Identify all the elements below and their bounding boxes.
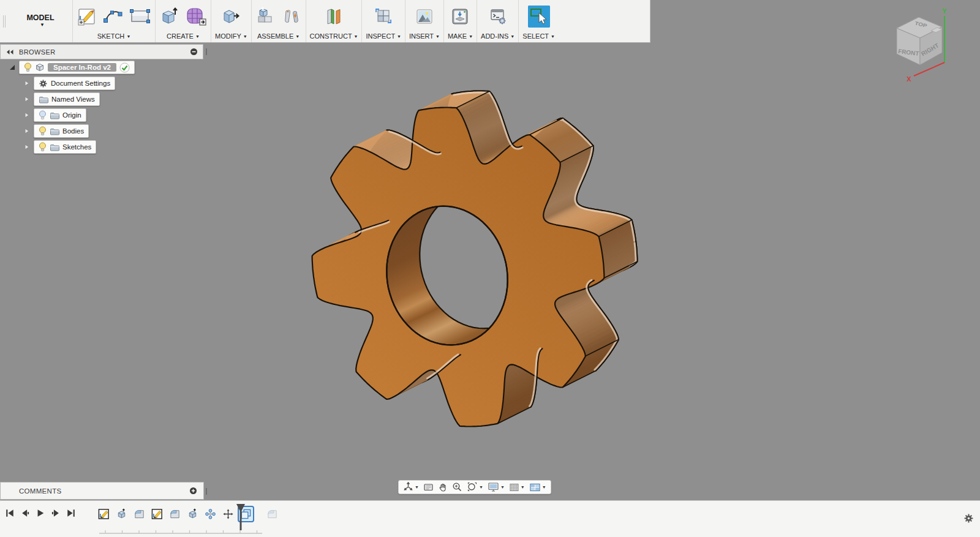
- display-settings-icon[interactable]: ▼: [488, 482, 505, 492]
- timeline-feature-fillet[interactable]: [168, 507, 182, 521]
- root-component-chip[interactable]: Spacer In-Rod v2: [19, 61, 135, 74]
- step-back-button[interactable]: [20, 508, 30, 518]
- toolbar-drag-handle[interactable]: [0, 0, 9, 42]
- toolbar-group-sketch: SKETCH ▼: [72, 0, 155, 42]
- layout-grid-icon[interactable]: ▼: [509, 483, 525, 492]
- view-navigation-bar: ▼ ▼ ▼: [398, 480, 551, 494]
- tree-item-chip[interactable]: Origin: [34, 108, 86, 122]
- spline-icon[interactable]: [102, 6, 124, 27]
- create-sketch-icon[interactable]: [77, 6, 97, 27]
- toolbar-group-inspect: INSPECT ▼: [361, 0, 404, 42]
- browser-tree: Spacer In-Rod v2 Document SettingsNamed …: [0, 59, 203, 155]
- tree-item-chip[interactable]: Sketches: [34, 140, 96, 154]
- assemble-menu[interactable]: ASSEMBLE ▼: [257, 31, 300, 40]
- x-axis-label: X: [907, 75, 911, 83]
- construct-plane-icon[interactable]: [323, 6, 345, 27]
- chevron-down-icon: ▼: [415, 485, 419, 489]
- timeline-feature-extrude[interactable]: [186, 507, 200, 521]
- 3d-print-icon[interactable]: [450, 6, 470, 27]
- tree-row-origin[interactable]: Origin: [0, 107, 203, 123]
- go-to-start-button[interactable]: [5, 508, 15, 518]
- expand-arrow-icon[interactable]: [23, 144, 31, 150]
- folder-icon: [50, 111, 59, 119]
- construct-menu[interactable]: CONSTRUCT ▼: [310, 31, 358, 40]
- play-button[interactable]: [36, 508, 45, 518]
- workspace-menu[interactable]: MODEL ▼: [9, 0, 72, 42]
- scripts-addins-icon[interactable]: [488, 6, 508, 27]
- expand-arrow-icon[interactable]: [23, 112, 31, 118]
- tree-row-named-views[interactable]: Named Views: [0, 91, 203, 107]
- modify-menu[interactable]: MODIFY ▼: [215, 31, 247, 40]
- collapse-arrow-icon[interactable]: [9, 64, 16, 70]
- tree-item-chip[interactable]: Bodies: [34, 124, 89, 138]
- fit-icon[interactable]: ▼: [467, 482, 483, 492]
- timeline-position-marker[interactable]: [236, 503, 246, 533]
- expand-arrow-icon[interactable]: [23, 128, 31, 134]
- viewports-icon[interactable]: ▼: [529, 483, 546, 492]
- root-component-label[interactable]: Spacer In-Rod v2: [48, 63, 116, 72]
- tree-row-sketches[interactable]: Sketches: [0, 139, 203, 155]
- make-menu[interactable]: MAKE ▼: [448, 31, 473, 40]
- comments-panel[interactable]: COMMENTS: [0, 482, 204, 500]
- timeline-feature-fillet[interactable]: [132, 507, 146, 521]
- tree-item-label: Sketches: [62, 143, 91, 151]
- timeline-feature-circular-pattern[interactable]: [203, 507, 217, 521]
- folder-icon: [50, 127, 59, 135]
- sketch-menu[interactable]: SKETCH ▼: [97, 31, 131, 40]
- timeline-feature-fillet-suppressed[interactable]: [265, 507, 279, 521]
- timeline-feature-sketch[interactable]: [150, 507, 164, 521]
- tree-row-bodies[interactable]: Bodies: [0, 123, 203, 139]
- extrude-icon[interactable]: [159, 6, 180, 27]
- browser-panel: BROWSER Spacer In-Rod v2: [0, 44, 203, 155]
- select-menu[interactable]: SELECT ▼: [522, 31, 555, 40]
- addins-menu[interactable]: ADD-INS ▼: [481, 31, 514, 40]
- form-icon[interactable]: [185, 6, 207, 27]
- press-pull-icon[interactable]: [221, 6, 241, 27]
- pan-hand-icon[interactable]: [438, 483, 448, 492]
- insert-image-icon[interactable]: [414, 6, 435, 27]
- add-comment-icon[interactable]: [189, 487, 197, 495]
- inspect-menu[interactable]: INSPECT ▼: [366, 31, 401, 40]
- lightbulb-on-icon[interactable]: [39, 142, 47, 152]
- expand-arrow-icon[interactable]: [23, 96, 31, 102]
- look-at-icon[interactable]: [423, 483, 434, 492]
- new-component-icon[interactable]: [255, 6, 276, 27]
- orbit-icon[interactable]: ▼: [403, 482, 419, 492]
- timeline-bar: [0, 500, 980, 537]
- step-forward-button[interactable]: [51, 508, 61, 518]
- rectangle-icon[interactable]: [129, 6, 151, 27]
- lightbulb-on-icon[interactable]: [24, 62, 32, 73]
- create-menu[interactable]: CREATE ▼: [167, 31, 200, 40]
- go-to-end-button[interactable]: [66, 508, 76, 518]
- toolbar-group-make: MAKE ▼: [443, 0, 477, 42]
- tree-item-chip[interactable]: Named Views: [34, 92, 100, 106]
- insert-menu[interactable]: INSERT ▼: [409, 31, 440, 40]
- toolbar-group-addins: ADD-INS ▼: [477, 0, 518, 42]
- select-icon[interactable]: [528, 6, 550, 28]
- lightbulb-off-icon[interactable]: [39, 110, 47, 121]
- expand-arrow-icon[interactable]: [23, 80, 31, 86]
- timeline-feature-sketch[interactable]: [97, 507, 111, 521]
- panel-resize-handle[interactable]: [206, 488, 207, 495]
- joint-icon[interactable]: [281, 6, 302, 27]
- collapse-panel-icon[interactable]: [6, 49, 14, 55]
- browser-header[interactable]: BROWSER: [0, 44, 203, 59]
- chevron-down-icon: ▼: [195, 34, 200, 39]
- tree-row-document-settings[interactable]: Document Settings: [0, 75, 203, 91]
- timeline-features: [97, 507, 279, 521]
- tree-row-root[interactable]: Spacer In-Rod v2: [0, 59, 203, 75]
- viewcube[interactable]: TOP FRONT RIGHT Y X: [886, 7, 954, 88]
- zoom-icon[interactable]: [452, 482, 462, 492]
- tree-item-chip[interactable]: Document Settings: [34, 77, 115, 90]
- toolbar-group-insert: INSERT ▼: [405, 0, 443, 42]
- timeline-settings-gear-icon[interactable]: [963, 513, 974, 524]
- panel-resize-handle[interactable]: [206, 48, 207, 55]
- measure-icon[interactable]: [373, 6, 394, 27]
- toolbar-group-modify: MODIFY ▼: [211, 0, 251, 42]
- chevron-down-icon: ▼: [354, 34, 358, 39]
- timeline-feature-move[interactable]: [221, 507, 235, 521]
- chevron-down-icon: ▼: [551, 34, 555, 39]
- timeline-feature-extrude[interactable]: [115, 507, 129, 521]
- lightbulb-on-icon[interactable]: [39, 126, 47, 137]
- panel-minimize-icon[interactable]: [190, 48, 198, 56]
